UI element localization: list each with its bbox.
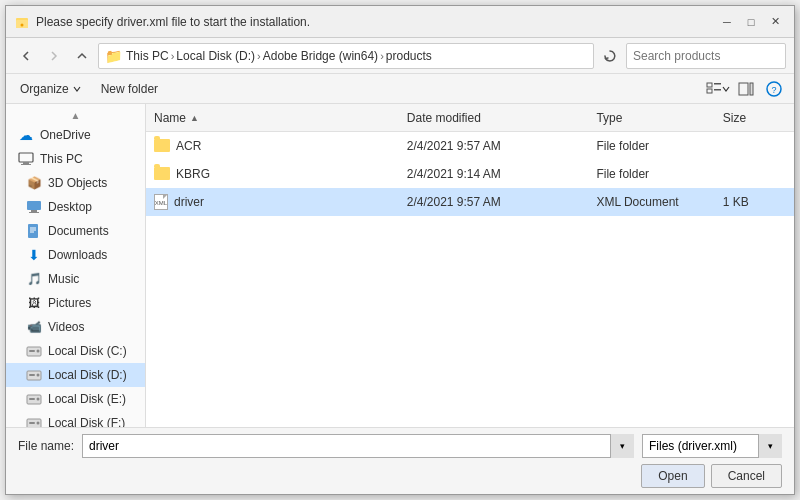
sidebar-item-3d-objects[interactable]: 📦 3D Objects xyxy=(6,171,145,195)
breadcrumb-path: This PC › Local Disk (D:) › Adobe Bridge… xyxy=(126,49,432,63)
file-cell-type-kbrg: File folder xyxy=(596,167,722,181)
svg-rect-19 xyxy=(28,224,38,238)
new-folder-button[interactable]: New folder xyxy=(95,78,164,100)
filetype-select[interactable]: Files (driver.xml) xyxy=(642,434,782,458)
minimize-button[interactable]: ─ xyxy=(716,11,738,33)
svg-rect-5 xyxy=(707,83,712,87)
sidebar-item-onedrive[interactable]: ☁ OneDrive xyxy=(6,123,145,147)
file-cell-type-acr: File folder xyxy=(596,139,722,153)
back-button[interactable] xyxy=(14,44,38,68)
dialog-icon xyxy=(14,14,30,30)
file-name-driver: driver xyxy=(174,195,204,209)
file-list: Name ▲ Date modified Type Size ACR 2/4/2… xyxy=(146,104,794,427)
close-button[interactable]: ✕ xyxy=(764,11,786,33)
svg-rect-14 xyxy=(23,162,29,164)
videos-icon: 📹 xyxy=(26,319,42,335)
breadcrumb-sep-3: › xyxy=(380,50,384,62)
folder-icon-kbrg xyxy=(154,167,170,180)
filename-row: File name: ▾ Files (driver.xml) ▾ xyxy=(18,434,782,458)
file-cell-name-driver: XML driver xyxy=(154,194,407,210)
sidebar-item-videos[interactable]: 📹 Videos xyxy=(6,315,145,339)
svg-point-30 xyxy=(37,398,40,401)
sidebar-label-local-d: Local Disk (D:) xyxy=(48,368,127,382)
sidebar-label-videos: Videos xyxy=(48,320,84,334)
svg-rect-25 xyxy=(29,350,35,352)
help-icon: ? xyxy=(766,81,782,97)
breadcrumb-adobe-bridge[interactable]: Adobe Bridge (win64) xyxy=(263,49,378,63)
file-row-driver[interactable]: XML driver 2/4/2021 9:57 AM XML Document… xyxy=(146,188,794,216)
filename-input-wrap: ▾ xyxy=(82,434,634,458)
this-pc-icon xyxy=(18,151,34,167)
svg-rect-28 xyxy=(29,374,35,376)
svg-point-33 xyxy=(37,422,40,425)
svg-rect-9 xyxy=(739,83,748,95)
sidebar-item-this-pc[interactable]: This PC xyxy=(6,147,145,171)
local-e-icon xyxy=(26,391,42,407)
view-chevron-icon xyxy=(722,85,730,93)
refresh-icon xyxy=(603,49,617,63)
bottom-bar: File name: ▾ Files (driver.xml) ▾ Open C… xyxy=(6,427,794,494)
sidebar-item-documents[interactable]: Documents xyxy=(6,219,145,243)
change-view-button[interactable] xyxy=(706,78,730,100)
cancel-button[interactable]: Cancel xyxy=(711,464,782,488)
breadcrumb-this-pc[interactable]: This PC xyxy=(126,49,169,63)
toolbar: Organize New folder xyxy=(6,74,794,104)
svg-text:?: ? xyxy=(771,85,776,95)
music-icon: 🎵 xyxy=(26,271,42,287)
file-row-kbrg[interactable]: KBRG 2/4/2021 9:14 AM File folder xyxy=(146,160,794,188)
organize-button[interactable]: Organize xyxy=(14,78,87,100)
col-header-size: Size xyxy=(723,111,786,125)
title-bar-controls: ─ □ ✕ xyxy=(716,11,786,33)
sidebar-label-onedrive: OneDrive xyxy=(40,128,91,142)
breadcrumb-products[interactable]: products xyxy=(386,49,432,63)
sidebar-item-local-e[interactable]: Local Disk (E:) xyxy=(6,387,145,411)
view-icon xyxy=(706,82,722,96)
sidebar-item-downloads[interactable]: ⬇ Downloads xyxy=(6,243,145,267)
local-f-icon xyxy=(26,415,42,427)
sidebar-item-local-f[interactable]: Local Disk (F:) xyxy=(6,411,145,427)
svg-point-2 xyxy=(21,23,24,26)
sidebar-label-local-c: Local Disk (C:) xyxy=(48,344,127,358)
sidebar-item-desktop[interactable]: Desktop xyxy=(6,195,145,219)
sidebar-label-desktop: Desktop xyxy=(48,200,92,214)
folder-icon-acr xyxy=(154,139,170,152)
breadcrumb-sep-2: › xyxy=(257,50,261,62)
svg-rect-13 xyxy=(19,153,33,162)
search-input[interactable] xyxy=(633,49,783,63)
up-icon xyxy=(76,50,88,62)
sidebar-label-documents: Documents xyxy=(48,224,109,238)
col-header-name: Name ▲ xyxy=(154,111,407,125)
refresh-button[interactable] xyxy=(598,44,622,68)
sidebar-item-pictures[interactable]: 🖼 Pictures xyxy=(6,291,145,315)
file-list-header: Name ▲ Date modified Type Size xyxy=(146,104,794,132)
title-bar-left: Please specify driver.xml file to start … xyxy=(14,14,310,30)
3d-objects-icon: 📦 xyxy=(26,175,42,191)
sidebar-item-local-c[interactable]: Local Disk (C:) xyxy=(6,339,145,363)
maximize-button[interactable]: □ xyxy=(740,11,762,33)
open-button[interactable]: Open xyxy=(641,464,704,488)
sidebar-item-local-d[interactable]: Local Disk (D:) xyxy=(6,363,145,387)
file-cell-date-kbrg: 2/4/2021 9:14 AM xyxy=(407,167,597,181)
svg-rect-8 xyxy=(714,89,721,91)
help-button[interactable]: ? xyxy=(762,78,786,100)
desktop-icon xyxy=(26,199,42,215)
breadcrumb-local-disk-d[interactable]: Local Disk (D:) xyxy=(176,49,255,63)
nav-bar: 📁 This PC › Local Disk (D:) › Adobe Brid… xyxy=(6,38,794,74)
back-icon xyxy=(20,50,32,62)
sidebar-label-pictures: Pictures xyxy=(48,296,91,310)
file-row-acr[interactable]: ACR 2/4/2021 9:57 AM File folder xyxy=(146,132,794,160)
file-cell-date-acr: 2/4/2021 9:57 AM xyxy=(407,139,597,153)
sidebar-item-music[interactable]: 🎵 Music xyxy=(6,267,145,291)
svg-rect-17 xyxy=(31,210,37,212)
col-header-type: Type xyxy=(596,111,722,125)
search-box xyxy=(626,43,786,69)
forward-icon xyxy=(48,50,60,62)
pictures-icon: 🖼 xyxy=(26,295,42,311)
preview-pane-button[interactable] xyxy=(734,78,758,100)
forward-button[interactable] xyxy=(42,44,66,68)
filename-dropdown-button[interactable]: ▾ xyxy=(610,434,634,458)
up-button[interactable] xyxy=(70,44,94,68)
file-cell-name-kbrg: KBRG xyxy=(154,167,407,181)
breadcrumb-bar[interactable]: 📁 This PC › Local Disk (D:) › Adobe Brid… xyxy=(98,43,594,69)
filename-input[interactable] xyxy=(82,434,634,458)
